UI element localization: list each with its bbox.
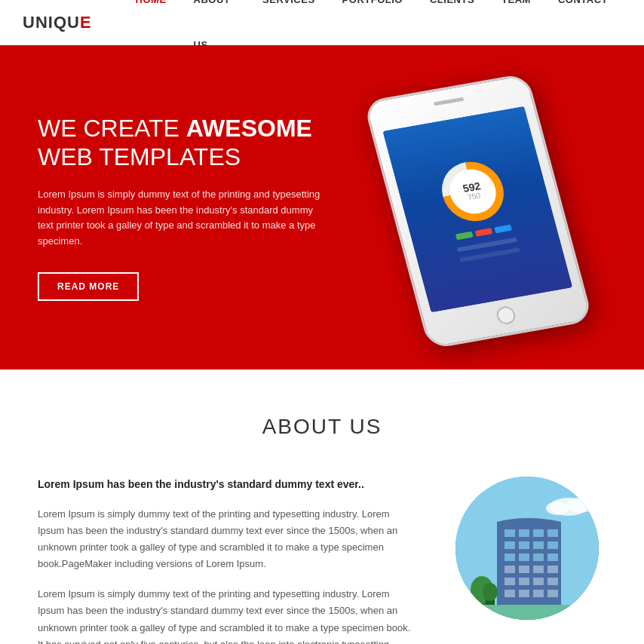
nav-link-portfolio[interactable]: PORTFOLIO [329, 0, 416, 23]
about-section: ABOUT US Lorem Ipsum has been the indust… [0, 370, 644, 644]
about-section-title: ABOUT US [38, 415, 606, 439]
about-bold-intro: Lorem Ipsum has been the industry's stan… [38, 477, 418, 492]
hero-headline-normal: WE CREATE [38, 115, 186, 142]
about-image-container [455, 477, 606, 620]
svg-rect-21 [519, 578, 529, 585]
svg-rect-8 [504, 541, 515, 549]
svg-rect-6 [533, 529, 544, 537]
svg-rect-12 [504, 554, 515, 561]
about-grid: Lorem Ipsum has been the industry's stan… [38, 477, 606, 644]
svg-rect-9 [519, 541, 529, 549]
gauge-inner: 592 750 [444, 165, 501, 216]
nav-link-contact[interactable]: CONTACT [544, 0, 621, 23]
svg-point-31 [483, 583, 498, 601]
nav-link-clients[interactable]: CLIENTS [416, 0, 488, 23]
svg-rect-15 [547, 554, 558, 561]
about-building-image [455, 477, 599, 620]
svg-rect-23 [547, 578, 558, 585]
phone-speaker [434, 97, 465, 106]
nav-link-team[interactable]: TEAM [488, 0, 544, 23]
svg-rect-32 [455, 605, 599, 620]
phone-body: 592 750 [363, 73, 593, 350]
hero-headline-bold: AWESOME [186, 115, 312, 142]
svg-rect-25 [519, 590, 529, 597]
gauge-chart: 592 750 [435, 157, 511, 225]
svg-rect-26 [533, 590, 544, 597]
gauge-sub: 750 [467, 191, 481, 201]
svg-rect-16 [504, 566, 515, 573]
hero-content: WE CREATE AWESOME WEB TEMPLATES Lorem Ip… [38, 114, 324, 301]
svg-rect-5 [519, 529, 529, 537]
phone-screen-inner: 592 750 [382, 106, 572, 313]
logo-text: UNIQU [23, 13, 80, 32]
nav-link-services[interactable]: SERVICES [249, 0, 329, 23]
hero-section: WE CREATE AWESOME WEB TEMPLATES Lorem Ip… [0, 45, 644, 370]
svg-rect-19 [547, 566, 558, 573]
svg-rect-14 [533, 554, 544, 561]
building-svg [455, 477, 599, 620]
svg-point-3 [546, 501, 569, 515]
about-para1: Lorem Ipsum is simply dummy text of the … [38, 506, 418, 572]
svg-rect-11 [547, 541, 558, 549]
svg-rect-22 [533, 578, 544, 585]
svg-rect-10 [533, 541, 544, 549]
svg-rect-7 [547, 529, 558, 537]
phone-home-button [495, 305, 517, 325]
nav-link-home[interactable]: HOME [122, 0, 180, 23]
svg-rect-20 [504, 578, 515, 585]
hero-cta-button[interactable]: READ MORE [38, 272, 139, 301]
logo-e: E [80, 13, 92, 32]
svg-rect-18 [533, 566, 544, 573]
svg-point-2 [566, 498, 593, 513]
about-text-content: Lorem Ipsum has been the industry's stan… [38, 477, 418, 644]
hero-headline: WE CREATE AWESOME WEB TEMPLATES [38, 114, 324, 172]
svg-rect-27 [547, 590, 558, 597]
hero-phone-mockup: 592 750 [373, 68, 584, 347]
logo[interactable]: UNIQUE [23, 13, 92, 32]
svg-rect-17 [519, 566, 529, 573]
svg-rect-4 [504, 529, 515, 537]
navbar: UNIQUE HOME ABOUT US SERVICES PORTFOLIO … [0, 0, 644, 45]
phone-screen: 592 750 [382, 106, 572, 313]
about-para2: Lorem Ipsum is simply dummy text of the … [38, 586, 418, 644]
hero-body-text: Lorem Ipsum is simply dummy text of the … [38, 187, 324, 250]
hero-headline-line2: WEB TEMPLATES [38, 143, 241, 170]
svg-rect-24 [504, 590, 515, 597]
svg-rect-13 [519, 554, 529, 561]
